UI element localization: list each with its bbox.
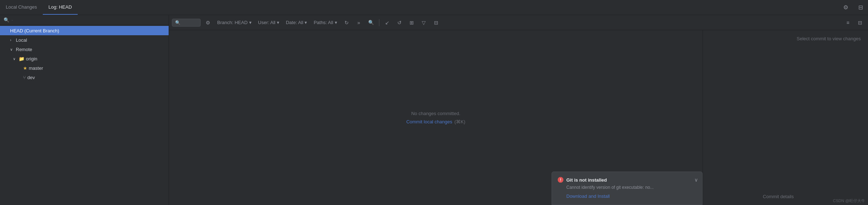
origin-chevron-icon: ∨ — [13, 57, 17, 61]
refresh-button[interactable]: ↻ — [342, 18, 352, 28]
no-changes-message: No changes committed. — [411, 111, 461, 116]
main-area: 🔍 - HEAD (Current Branch) › Local ∨ Remo… — [0, 15, 868, 205]
toast-link-text[interactable]: Download and Install — [566, 193, 610, 199]
filter-button[interactable]: ▽ — [419, 18, 429, 28]
more-settings-button[interactable]: ⊟ — [853, 0, 868, 15]
watermark: CSDN @旺仔大牛 — [833, 198, 865, 204]
date-filter[interactable]: Date: All ▾ — [284, 20, 309, 25]
tab-local-changes[interactable]: Local Changes — [0, 0, 43, 15]
more-settings-icon: ⊟ — [858, 4, 863, 11]
user-dropdown-icon: ▾ — [277, 20, 279, 25]
local-label: Local — [16, 37, 27, 43]
tab-local-changes-label: Local Changes — [6, 4, 37, 10]
tree-item-local[interactable]: › Local — [0, 35, 169, 45]
navigate-left-button[interactable]: ↙ — [382, 18, 392, 28]
head-label: HEAD (Current Branch) — [10, 28, 59, 33]
select-commit-message: Select commit to view changes — [797, 36, 861, 41]
toolbar-search-box[interactable]: 🔍 — [172, 19, 201, 27]
branch-tree: HEAD (Current Branch) › Local ∨ Remote ∨… — [0, 25, 169, 205]
user-filter[interactable]: User: All ▾ — [256, 20, 282, 25]
arrow-left-icon: ↙ — [385, 20, 389, 26]
collapse-button[interactable]: ⊟ — [855, 18, 865, 28]
tab-log-head-label: Log: HEAD — [49, 4, 72, 10]
star-icon: ★ — [23, 65, 27, 71]
toast-header: ! Git is not installed — [558, 177, 696, 183]
master-label: master — [29, 65, 43, 71]
toast-message: Cannot identify version of git executabl… — [566, 185, 654, 190]
toolbar-search-icon: 🔍 — [175, 20, 181, 25]
layout-button[interactable]: ⊟ — [431, 18, 441, 28]
refresh-icon: ↻ — [344, 20, 349, 26]
detail-panel: Select commit to view changes Commit det… — [703, 30, 868, 205]
branch-filter-label: Branch: HEAD — [217, 20, 248, 25]
tree-item-dev[interactable]: ⑂ dev — [0, 73, 169, 82]
sidebar-search-icon: 🔍 — [4, 17, 9, 23]
more-icon: » — [357, 20, 360, 26]
commit-link[interactable]: Commit local changes (⌘K) — [406, 119, 465, 124]
sidebar: 🔍 - HEAD (Current Branch) › Local ∨ Remo… — [0, 15, 169, 205]
paths-filter[interactable]: Paths: All ▾ — [311, 20, 339, 25]
date-dropdown-icon: ▾ — [305, 20, 307, 25]
paths-filter-label: Paths: All — [314, 20, 333, 25]
tree-item-origin[interactable]: ∨ 📁 origin — [0, 54, 169, 63]
toast-expand-button[interactable]: ∨ — [694, 177, 698, 183]
tab-log-head[interactable]: Log: HEAD — [43, 0, 78, 15]
tab-bar: Local Changes Log: HEAD ⚙ ⊟ — [0, 0, 868, 15]
right-panel: 🔍 ⚙ Branch: HEAD ▾ User: All ▾ Date: All… — [169, 15, 868, 205]
grid-button[interactable]: ⊞ — [407, 18, 417, 28]
remote-chevron-icon: ∨ — [10, 47, 14, 51]
folder-icon: 📁 — [19, 56, 24, 62]
commit-details-label: Commit details — [763, 194, 794, 199]
toast-notification: ! Git is not installed Cannot identify v… — [552, 172, 703, 205]
commit-shortcut: (⌘K) — [454, 119, 465, 124]
layout-icon: ⊟ — [434, 20, 438, 26]
commit-link-text[interactable]: Commit local changes — [406, 119, 452, 124]
toast-title: Git is not installed — [566, 177, 607, 183]
undo-button[interactable]: ↺ — [394, 18, 405, 28]
toast-download-link[interactable]: Download and Install — [558, 193, 696, 199]
watermark-text: CSDN @旺仔大牛 — [833, 199, 865, 203]
branch-icon: ⑂ — [23, 75, 26, 80]
user-filter-label: User: All — [258, 20, 275, 25]
tree-item-remote[interactable]: ∨ Remote — [0, 45, 169, 54]
sidebar-search-bar: 🔍 - — [0, 15, 169, 25]
sort-button[interactable]: ≡ — [843, 18, 853, 28]
settings-icon: ⚙ — [843, 4, 848, 11]
origin-label: origin — [26, 56, 37, 62]
toast-error-icon: ! — [558, 177, 563, 183]
sort-icon: ≡ — [846, 20, 849, 26]
search-button[interactable]: 🔍 — [366, 18, 376, 28]
toast-body: Cannot identify version of git executabl… — [558, 185, 696, 190]
toolbar-gear-icon: ⚙ — [206, 20, 210, 26]
more-button[interactable]: » — [354, 18, 364, 28]
branch-dropdown-icon: ▾ — [249, 20, 252, 25]
branch-filter[interactable]: Branch: HEAD ▾ — [215, 20, 254, 25]
remote-label: Remote — [16, 47, 32, 52]
tree-item-master[interactable]: ★ master — [0, 63, 169, 73]
filter-icon: ▽ — [422, 20, 426, 26]
sidebar-search-placeholder: - — [12, 17, 13, 23]
dev-label: dev — [27, 75, 35, 80]
date-filter-label: Date: All — [286, 20, 303, 25]
grid-icon: ⊞ — [410, 20, 414, 26]
paths-dropdown-icon: ▾ — [335, 20, 337, 25]
toolbar-settings-btn[interactable]: ⚙ — [203, 18, 213, 28]
settings-button[interactable]: ⚙ — [838, 0, 853, 15]
local-chevron-icon: › — [10, 38, 14, 42]
toolbar-divider-1 — [379, 19, 379, 26]
expand-icon: ∨ — [694, 177, 698, 183]
undo-icon: ↺ — [397, 20, 402, 26]
toolbar: 🔍 ⚙ Branch: HEAD ▾ User: All ▾ Date: All… — [169, 15, 868, 30]
tree-item-head[interactable]: HEAD (Current Branch) — [0, 26, 169, 35]
search-icon: 🔍 — [368, 20, 374, 25]
collapse-icon: ⊟ — [858, 20, 862, 26]
